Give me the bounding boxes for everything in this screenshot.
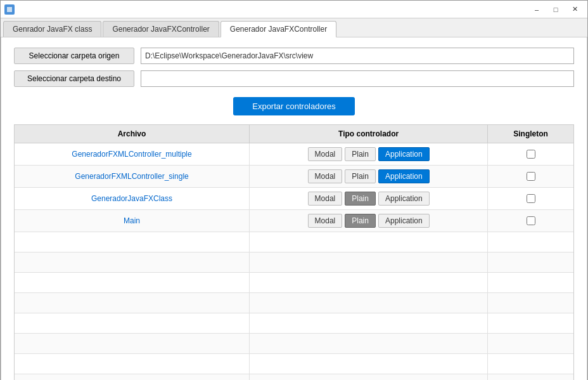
- export-button[interactable]: Exportar controladores: [233, 97, 355, 115]
- controllers-table: Archivo Tipo controlador Singleton Gener…: [14, 124, 574, 380]
- tipo-cell: ModalPlainApplication: [250, 143, 488, 166]
- empty-row: [15, 354, 573, 374]
- origin-input[interactable]: [141, 48, 574, 64]
- svg-rect-0: [7, 7, 12, 12]
- application-button[interactable]: Application: [378, 192, 430, 206]
- minimize-button[interactable]: –: [528, 3, 546, 16]
- modal-button[interactable]: Modal: [308, 192, 343, 206]
- maximize-button[interactable]: □: [547, 3, 565, 16]
- empty-row: [15, 374, 573, 381]
- col-tipo: Tipo controlador: [250, 125, 488, 143]
- tipo-cell: ModalPlainApplication: [250, 210, 488, 232]
- empty-row: [15, 232, 573, 252]
- origin-row: Seleccionar carpeta origen: [14, 48, 574, 64]
- tab-bar: Genrador JavaFX class Generador JavaFXCo…: [1, 18, 587, 37]
- file-cell: GeneradorFXMLController_multiple: [15, 143, 250, 166]
- table-row: GeneradorFXMLController_singleModalPlain…: [15, 166, 573, 188]
- plain-button[interactable]: Plain: [345, 147, 376, 161]
- plain-button[interactable]: Plain: [345, 192, 376, 206]
- table-row: MainModalPlainApplication: [15, 210, 573, 232]
- table-row: GeneradorJavaFXClassModalPlainApplicatio…: [15, 188, 573, 210]
- table-row: GeneradorFXMLController_multipleModalPla…: [15, 143, 573, 166]
- empty-row: [15, 313, 573, 334]
- tab-generador-javafxcontroller-2[interactable]: Generador JavaFXController: [220, 21, 336, 37]
- singleton-checkbox[interactable]: [527, 150, 535, 159]
- table-header-row: Archivo Tipo controlador Singleton: [15, 125, 573, 143]
- file-cell: Main: [15, 210, 250, 232]
- main-content: Seleccionar carpeta origen Seleccionar c…: [1, 37, 587, 380]
- title-bar-left: [4, 4, 15, 15]
- empty-row: [15, 273, 573, 293]
- title-bar: – □ ✕: [1, 1, 587, 18]
- singleton-cell: [488, 166, 573, 188]
- modal-button[interactable]: Modal: [308, 214, 343, 228]
- close-button[interactable]: ✕: [566, 3, 584, 16]
- singleton-cell: [488, 210, 573, 232]
- tab-generador-javafxcontroller-1[interactable]: Generador JavaFXController: [103, 21, 219, 37]
- window-controls: – □ ✕: [528, 3, 584, 16]
- plain-button[interactable]: Plain: [345, 169, 376, 183]
- file-cell: GeneradorFXMLController_single: [15, 166, 250, 188]
- singleton-cell: [488, 143, 573, 166]
- empty-row: [15, 252, 573, 273]
- col-archivo: Archivo: [15, 125, 250, 143]
- application-button[interactable]: Application: [378, 147, 430, 161]
- select-dest-button[interactable]: Seleccionar carpeta destino: [14, 70, 134, 87]
- tipo-cell: ModalPlainApplication: [250, 166, 488, 188]
- application-button[interactable]: Application: [378, 214, 430, 228]
- col-singleton: Singleton: [488, 125, 573, 143]
- modal-button[interactable]: Modal: [308, 147, 343, 161]
- empty-row: [15, 334, 573, 354]
- singleton-checkbox[interactable]: [527, 216, 535, 225]
- dest-input[interactable]: [141, 70, 574, 87]
- tab-genrador-javafx-class[interactable]: Genrador JavaFX class: [3, 21, 101, 37]
- tipo-cell: ModalPlainApplication: [250, 188, 488, 210]
- modal-button[interactable]: Modal: [308, 169, 343, 183]
- app-icon: [4, 4, 15, 15]
- empty-row: [15, 293, 573, 313]
- file-cell: GeneradorJavaFXClass: [15, 188, 250, 210]
- select-origin-button[interactable]: Seleccionar carpeta origen: [14, 48, 134, 64]
- application-button[interactable]: Application: [378, 169, 430, 183]
- singleton-checkbox[interactable]: [527, 172, 535, 181]
- dest-row: Seleccionar carpeta destino: [14, 70, 574, 87]
- main-window: – □ ✕ Genrador JavaFX class Generador Ja…: [0, 0, 588, 380]
- plain-button[interactable]: Plain: [345, 214, 376, 228]
- singleton-cell: [488, 188, 573, 210]
- singleton-checkbox[interactable]: [527, 194, 535, 203]
